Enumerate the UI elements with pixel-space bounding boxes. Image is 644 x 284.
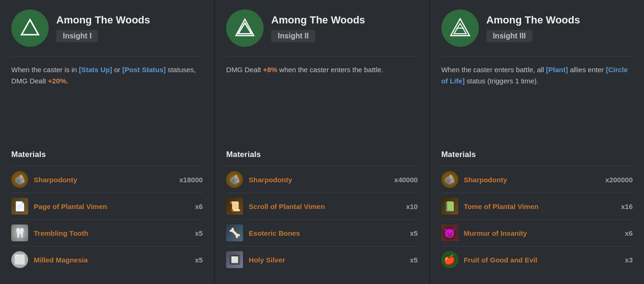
divider [226,56,417,57]
material-name: Fruit of Good and Evil [464,256,620,264]
material-name: Esoteric Bones [249,229,404,237]
panel-header: Among The WoodsInsight I [11,9,203,47]
material-qty: x5 [195,256,203,264]
material-name: Scroll of Plantal Vimen [249,202,400,210]
panel-title: Among The Woods [486,14,580,26]
material-name: Milled Magnesia [34,256,189,264]
svg-marker-3 [451,19,470,36]
material-name: Holy Silver [249,256,404,264]
material-qty: x40000 [394,176,418,184]
icon-sharpodonty: 🪨 [11,171,28,188]
materials-title: Materials [11,150,203,159]
material-qty: x18000 [179,176,203,184]
icon-sharpodonty: 🪨 [226,171,243,188]
panel-description: When the caster is in [Stats Up] or [Pos… [11,64,203,87]
panel-insight3: Among The WoodsInsight IIIWhen the caste… [430,0,644,284]
materials-section: Materials🪨Sharpodontyx40000📜Scroll of Pl… [226,150,417,273]
avatar [441,9,479,47]
divider [441,56,633,57]
divider [11,56,203,57]
panel-title: Among The Woods [271,14,365,26]
material-name: Sharpodonty [34,176,174,184]
highlight-blue: [Stats Up] [79,66,112,74]
insight-badge: Insight III [486,30,532,42]
panels-container: Among The WoodsInsight IWhen the caster … [0,0,644,284]
material-row: 🦷Trembling Toothx5 [11,219,203,246]
material-row: 📗Tome of Plantal Vimenx16 [441,193,633,219]
materials-title: Materials [441,150,633,159]
panel-header: Among The WoodsInsight III [441,9,633,47]
panel-insight2: Among The WoodsInsight IIDMG Dealt +8% w… [215,0,430,284]
icon-esoteric: 🦴 [226,224,243,241]
material-qty: x5 [195,229,203,237]
highlight-blue: [Plant] [546,66,568,74]
icon-murmur: 😈 [441,224,458,241]
materials-section: Materials🪨Sharpodontyx200000📗Tome of Pla… [441,150,633,273]
panel-header: Among The WoodsInsight II [226,9,417,47]
material-qty: x6 [625,229,633,237]
material-qty: x5 [410,229,418,237]
material-row: ⬜Milled Magnesiax5 [11,246,203,273]
icon-scroll: 📜 [226,198,243,215]
material-row: 😈Murmur of Insanityx6 [441,219,633,246]
material-name: Sharpodonty [249,176,388,184]
material-name: Murmur of Insanity [464,229,620,237]
material-row: 🪨Sharpodontyx40000 [226,166,417,193]
material-row: 🔲Holy Silverx5 [226,246,417,273]
avatar [11,9,49,47]
highlight-blue: [Post Status] [122,66,166,74]
material-qty: x10 [406,202,418,210]
header-text: Among The WoodsInsight III [486,14,580,42]
highlight-orange: +8% [263,66,277,74]
icon-fruit: 🍎 [441,251,458,268]
icon-holysilver: 🔲 [226,251,243,268]
material-qty: x200000 [606,176,633,184]
avatar [226,9,264,47]
icon-tome: 📗 [441,198,458,215]
panel-description: DMG Dealt +8% when the caster enters the… [226,64,417,75]
materials-section: Materials🪨Sharpodontyx18000📄Page of Plan… [11,150,203,273]
icon-sharpodonty: 🪨 [441,171,458,188]
material-name: Page of Plantal Vimen [34,202,189,210]
material-qty: x16 [621,202,633,210]
material-row: 🍎Fruit of Good and Evilx3 [441,246,633,273]
header-text: Among The WoodsInsight II [271,14,365,42]
icon-trembling: 🦷 [11,224,28,241]
material-row: 📜Scroll of Plantal Vimenx10 [226,193,417,219]
insight-badge: Insight I [56,30,98,42]
material-row: 📄Page of Plantal Vimenx6 [11,193,203,219]
material-name: Sharpodonty [464,176,600,184]
icon-page: 📄 [11,198,28,215]
header-text: Among The WoodsInsight I [56,14,150,42]
highlight-orange: +20%. [48,77,68,85]
material-qty: x3 [625,256,633,264]
material-qty: x6 [195,202,203,210]
svg-marker-0 [22,20,38,35]
material-name: Tome of Plantal Vimen [464,202,615,210]
material-row: 🪨Sharpodontyx200000 [441,166,633,193]
insight-badge: Insight II [271,30,315,42]
highlight-blue: [Circle of Life] [441,66,628,85]
material-row: 🦴Esoteric Bonesx5 [226,219,417,246]
materials-title: Materials [226,150,417,159]
material-row: 🪨Sharpodontyx18000 [11,166,203,193]
icon-milled: ⬜ [11,251,28,268]
panel-description: When the caster enters battle, all [Plan… [441,64,633,87]
panel-title: Among The Woods [56,14,150,26]
material-name: Trembling Tooth [34,229,189,237]
material-qty: x5 [410,256,418,264]
panel-insight1: Among The WoodsInsight IWhen the caster … [0,0,215,284]
